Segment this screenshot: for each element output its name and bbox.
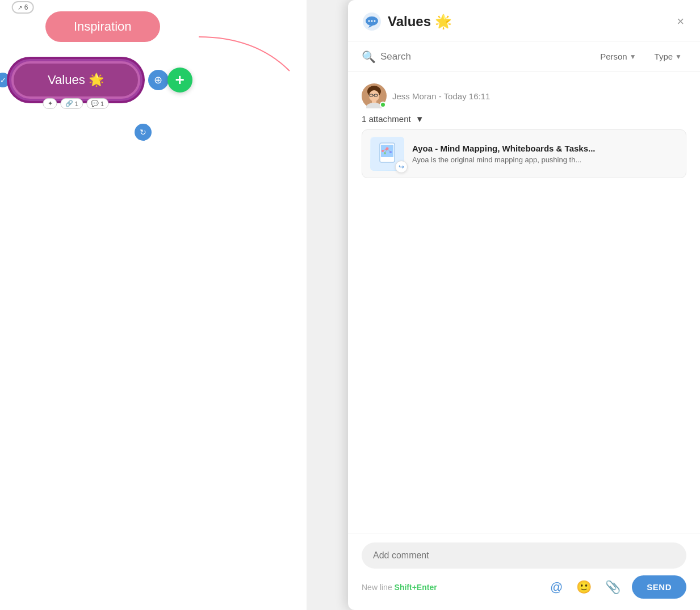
values-label: Values 🌟 <box>11 61 140 99</box>
send-button[interactable]: SEND <box>632 575 686 599</box>
connection-line <box>199 31 312 94</box>
mention-button[interactable]: @ <box>548 578 565 597</box>
comment-item: Jess Moran - Today 16:11 1 attachment ▼ <box>362 83 686 178</box>
attachment-label: 1 attachment ▼ <box>362 114 686 124</box>
comment-badge: 💬1 <box>86 98 108 109</box>
values-node[interactable]: ✓ Values 🌟 ⊕ + ↻ ✦ 🔗1 💬1 <box>11 61 140 99</box>
hint-text: New line Shift+Enter <box>362 583 437 592</box>
svg-point-4 <box>374 20 376 22</box>
canvas-area: Inspiration ↗ 6 ✓ Values 🌟 ⊕ + ↻ ✦ 🔗1 <box>0 0 307 610</box>
refresh-icon[interactable]: ↻ <box>135 124 152 141</box>
close-button[interactable]: × <box>674 12 686 31</box>
inspiration-label: Inspiration <box>45 11 160 42</box>
check-icon[interactable]: ✓ <box>0 73 10 87</box>
comments-panel: Values 🌟 × 🔍 Person ▼ Type ▼ <box>348 0 700 610</box>
search-icon: 🔍 <box>362 50 376 64</box>
attachment-title: Ayoa - Mind Mapping, Whiteboards & Tasks… <box>412 144 678 153</box>
hint-shortcut: Shift+Enter <box>395 583 437 592</box>
close-label: × <box>677 14 684 28</box>
attach-badge: 🔗1 <box>61 98 83 109</box>
avatar-wrapper <box>362 83 387 108</box>
action-icons: @ 🙂 📎 SEND <box>548 575 686 599</box>
svg-point-2 <box>368 20 370 22</box>
person-filter-chevron: ▼ <box>630 53 636 61</box>
svg-point-3 <box>371 20 373 22</box>
comment-author: Jess Moran <box>392 91 437 101</box>
share-icon[interactable]: ↪ <box>395 161 408 173</box>
move-icon[interactable]: ⊕ <box>148 70 169 90</box>
comment-header: Jess Moran - Today 16:11 <box>362 83 686 108</box>
panel-footer: New line Shift+Enter @ 🙂 📎 SEND <box>348 533 700 610</box>
dropdown-chevron[interactable]: ▼ <box>416 114 424 124</box>
panel-content: Jess Moran - Today 16:11 1 attachment ▼ <box>348 72 700 533</box>
attachment-description: Ayoa is the original mind mapping app, p… <box>412 155 678 164</box>
search-bar: 🔍 Person ▼ Type ▼ <box>348 41 700 72</box>
attachment-card[interactable]: Ayoa - Mind Mapping, Whiteboards & Tasks… <box>362 129 686 178</box>
panel-header: Values 🌟 × <box>348 0 700 41</box>
inspiration-text: Inspiration <box>74 19 132 33</box>
panel-title: Values 🌟 <box>388 14 452 30</box>
ai-badge: ✦ <box>43 98 57 109</box>
send-label: SEND <box>647 582 672 592</box>
type-filter-label: Type <box>655 52 673 61</box>
search-input[interactable] <box>380 51 586 62</box>
inspiration-badge: ↗ 6 <box>12 1 34 14</box>
attachment-count: 1 attachment <box>362 114 411 124</box>
add-icon[interactable]: + <box>167 68 192 92</box>
values-icon-badges: ✦ 🔗1 💬1 <box>43 98 108 109</box>
person-filter-button[interactable]: Person ▼ <box>596 49 640 64</box>
person-filter-label: Person <box>600 52 627 61</box>
comment-input[interactable] <box>362 542 686 569</box>
online-indicator <box>380 102 386 108</box>
emoji-button[interactable]: 🙂 <box>574 578 594 597</box>
panel-title-text: Values <box>388 14 431 29</box>
footer-actions: New line Shift+Enter @ 🙂 📎 SEND <box>362 575 686 599</box>
chat-icon <box>362 11 382 32</box>
hint-prefix: New line <box>362 583 395 592</box>
attach-button[interactable]: 📎 <box>603 578 623 597</box>
type-filter-button[interactable]: Type ▼ <box>650 49 686 64</box>
attachment-info: Ayoa - Mind Mapping, Whiteboards & Tasks… <box>412 144 678 164</box>
search-input-group: 🔍 <box>362 50 586 64</box>
panel-title-group: Values 🌟 <box>362 11 452 32</box>
comment-meta: Jess Moran - Today 16:11 <box>392 91 490 101</box>
type-filter-chevron: ▼ <box>675 53 682 61</box>
comment-timestamp: Today 16:11 <box>444 91 491 101</box>
comment-separator: - <box>439 91 444 101</box>
